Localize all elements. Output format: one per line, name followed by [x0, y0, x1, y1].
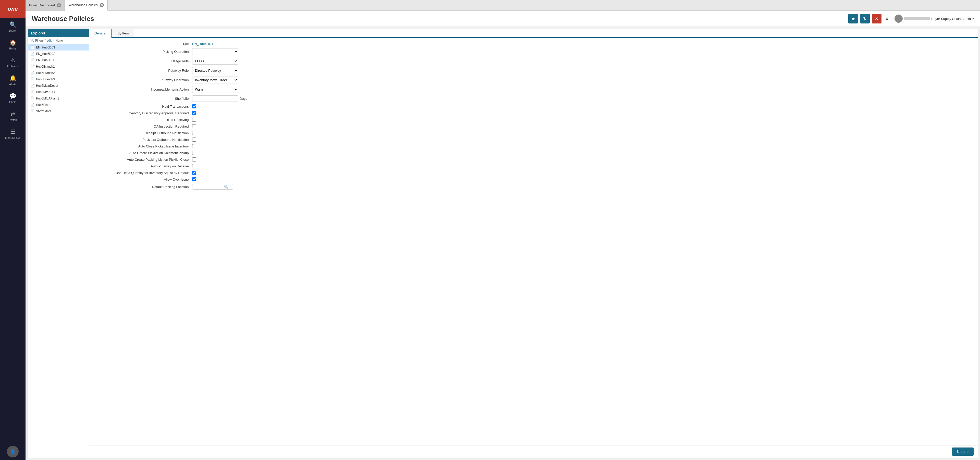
- avatar[interactable]: 👤: [7, 446, 19, 457]
- explorer-item-Hub6MainDepot[interactable]: 📄 Hub6MainDepot: [28, 82, 89, 89]
- close-tab-buyer-dashboard[interactable]: ✕: [57, 3, 61, 7]
- explorer-item-EN_Hub6DC3[interactable]: 📄 EN_Hub6DC3: [28, 57, 89, 63]
- form-row-putaway-rule: Putaway Rule: Directed Putaway: [95, 67, 972, 74]
- site-label: Site:: [95, 42, 192, 46]
- explorer-item-EN_Hub6DC1[interactable]: 📄 EN_Hub6DC1: [28, 44, 89, 51]
- explorer-items: 📄 EN_Hub6DC1 📄 EN_Hub6DC2 📄 EN_Hub6DC3 📄…: [28, 44, 89, 458]
- explorer-item-Hub6Plant1[interactable]: 📄 Hub6Plant1: [28, 102, 89, 108]
- home-icon: 🏠: [10, 39, 16, 46]
- form-row-inv-discrepancy: Inventory Discrepancy Approval Required:: [95, 111, 972, 115]
- doc-icon: 📄: [30, 58, 35, 62]
- shelf-life-input[interactable]: [192, 95, 238, 102]
- blind-receiving-checkbox[interactable]: [192, 117, 196, 122]
- use-delta-qty-label: Use Delta Quantity for Inventory Adjust …: [95, 171, 192, 175]
- inv-discrepancy-label: Inventory Discrepancy Approval Required:: [95, 111, 192, 115]
- main-content: General By Item Site: EN_Hub6DC1 Picking…: [89, 29, 978, 458]
- user-info: Buyer Supply Chain Admin ▾: [894, 14, 974, 23]
- sidebar-item-home[interactable]: 🏠 Home: [0, 36, 25, 54]
- inv-discrepancy-checkbox[interactable]: [192, 111, 196, 115]
- form-row-allow-over-issue: Allow Over Issue:: [95, 177, 972, 181]
- default-packing-location-input[interactable]: [193, 185, 224, 189]
- usage-rule-select[interactable]: FEFO FIFO: [192, 58, 238, 65]
- filter-icon: 🔍: [30, 39, 34, 42]
- sidebar-item-search[interactable]: 🔍 Search: [0, 18, 25, 36]
- putaway-rule-select[interactable]: Directed Putaway: [192, 67, 238, 74]
- pack-list-outbound-checkbox[interactable]: [192, 138, 196, 141]
- tab-warehouse-policies[interactable]: Warehouse Policies ✕: [65, 0, 107, 11]
- doc-icon: 📄: [30, 103, 35, 107]
- filter-edit-link[interactable]: edit: [47, 39, 52, 42]
- blind-receiving-label: Blind Receiving:: [95, 118, 192, 122]
- page-title: Warehouse Policies: [32, 15, 848, 23]
- form-row-use-delta-qty: Use Delta Quantity for Inventory Adjust …: [95, 171, 972, 175]
- explorer-item-Hub6Branch2[interactable]: 📄 Hub6Branch2: [28, 70, 89, 76]
- refresh-button[interactable]: ↻: [860, 14, 870, 24]
- update-bar: Update: [89, 445, 978, 458]
- explorer-item-Hub6MfgAPlant1[interactable]: 📄 Hub6MfgAPlant1: [28, 95, 89, 102]
- sidebar: one 🔍 Search 🏠 Home ⚠ Problems 🔔 Alerts …: [0, 0, 25, 460]
- warning-icon: ⚠: [10, 57, 15, 64]
- filters-label: Filters: [35, 39, 44, 42]
- allow-over-issue-checkbox[interactable]: [192, 177, 196, 181]
- qa-inspection-checkbox[interactable]: [192, 124, 196, 128]
- qa-inspection-label: QA Inspection Required:: [95, 124, 192, 128]
- app-logo[interactable]: one: [0, 0, 25, 18]
- auto-create-packing-checkbox[interactable]: [192, 157, 196, 162]
- picking-operation-select[interactable]: [192, 48, 238, 55]
- auto-close-picked-checkbox[interactable]: [192, 144, 196, 148]
- form-row-incompatible-items: Incompatible Items Action: Warn: [95, 86, 972, 93]
- sidebar-bottom: 👤: [0, 446, 25, 460]
- tab-buyer-dashboard[interactable]: Buyer Dashboard ✕: [25, 0, 65, 11]
- form-row-receipt-outbound: Receipt Outbound Notification:: [95, 131, 972, 135]
- auto-create-picklist-checkbox[interactable]: [192, 151, 196, 155]
- dropdown-arrow-icon[interactable]: ▾: [972, 17, 974, 21]
- form-row-hold-transactions: Hold Transactions:: [95, 104, 972, 108]
- hold-transactions-label: Hold Transactions:: [95, 105, 192, 108]
- form-row-auto-putaway: Auto Putaway on Receive:: [95, 164, 972, 168]
- update-button[interactable]: Update: [952, 447, 974, 456]
- default-packing-location-search-icon[interactable]: 🔍: [224, 185, 228, 189]
- menu-button[interactable]: ≡: [883, 15, 891, 23]
- putaway-operation-label: Putaway Operation:: [95, 78, 192, 82]
- user-name: Buyer Supply Chain Admin: [931, 17, 971, 21]
- close-tab-warehouse-policies[interactable]: ✕: [100, 3, 104, 7]
- explorer-filter: 🔍 Filters (edit): None: [28, 37, 89, 44]
- explorer-item-Hub6Branch3[interactable]: 📄 Hub6Branch3: [28, 76, 89, 82]
- receipt-outbound-checkbox[interactable]: [192, 131, 196, 135]
- sidebar-item-chats[interactable]: 💬 Chats: [0, 89, 25, 107]
- star-button[interactable]: ★: [848, 14, 858, 24]
- auto-create-picklist-label: Auto Create Picklist on Shipment Pickup:: [95, 151, 192, 155]
- tab-bar: Buyer Dashboard ✕ Warehouse Policies ✕: [25, 0, 980, 11]
- explorer-item-Hub6Branch1[interactable]: 📄 Hub6Branch1: [28, 63, 89, 70]
- sidebar-item-problems[interactable]: ⚠ Problems: [0, 54, 25, 71]
- form-row-usage-rule: Usage Rule: FEFO FIFO: [95, 58, 972, 65]
- hamburger-icon: ≡: [886, 16, 889, 21]
- putaway-operation-select[interactable]: Inventory Move Order: [192, 76, 238, 83]
- doc-icon: 📄: [30, 71, 35, 75]
- hold-transactions-checkbox[interactable]: [192, 104, 196, 108]
- close-button[interactable]: ✕: [872, 14, 881, 24]
- switch-icon: ⇄: [11, 111, 15, 117]
- site-value[interactable]: EN_Hub6DC1: [192, 42, 213, 46]
- form-row-qa-inspection: QA Inspection Required:: [95, 124, 972, 128]
- explorer-item-show-more[interactable]: 📄 Show More...: [28, 108, 89, 114]
- page-header: Warehouse Policies ★ ↻ ✕ ≡ Buyer Supply …: [25, 11, 980, 27]
- sidebar-item-menus[interactable]: ☰ Menus/Favs: [0, 125, 25, 143]
- doc-icon: 📄: [30, 109, 35, 113]
- explorer-item-Hub6MfgADC1[interactable]: 📄 Hub6MfgADC1: [28, 89, 89, 95]
- receipt-outbound-label: Receipt Outbound Notification:: [95, 131, 192, 135]
- form-row-default-packing-location: Default Packing Location: 🔍: [95, 184, 972, 190]
- incompatible-items-select[interactable]: Warn: [192, 86, 238, 93]
- auto-putaway-checkbox[interactable]: [192, 164, 196, 168]
- default-packing-location-wrap: 🔍: [192, 184, 233, 190]
- sidebar-item-alerts[interactable]: 🔔 Alerts: [0, 71, 25, 89]
- user-name-blurred: [904, 17, 930, 20]
- use-delta-qty-checkbox[interactable]: [192, 171, 196, 175]
- doc-icon: 📄: [30, 65, 35, 68]
- sidebar-item-switch[interactable]: ⇄ Switch: [0, 107, 25, 125]
- default-packing-location-label: Default Packing Location:: [95, 185, 192, 189]
- tab-general[interactable]: General: [89, 29, 111, 38]
- main-area: Buyer Dashboard ✕ Warehouse Policies ✕ W…: [25, 0, 980, 460]
- tab-by-item[interactable]: By Item: [112, 29, 134, 37]
- explorer-item-EN_Hub6DC2[interactable]: 📄 EN_Hub6DC2: [28, 51, 89, 57]
